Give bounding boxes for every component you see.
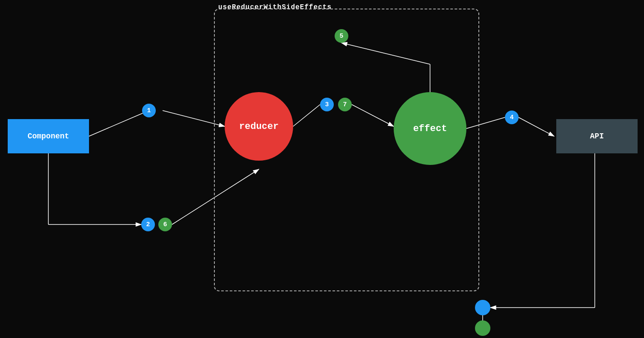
diagram-container: Component API useReducerWithSideEffects …	[0, 0, 644, 338]
badge-7: 7	[338, 98, 352, 111]
reducer-label: reducer	[239, 121, 279, 132]
dot-green	[475, 320, 490, 336]
svg-line-7	[519, 117, 554, 136]
api-label: API	[590, 132, 604, 141]
badge-4: 4	[505, 111, 519, 124]
svg-line-2	[89, 111, 149, 136]
badge-1: 1	[142, 104, 156, 117]
effect-label: effect	[413, 123, 447, 134]
badge-3: 3	[320, 98, 334, 111]
component-label: Component	[27, 132, 69, 141]
reducer-circle: reducer	[225, 92, 293, 161]
effect-circle: effect	[394, 92, 466, 165]
api-box: API	[556, 119, 638, 153]
badge-2: 2	[141, 218, 155, 231]
badge-5: 5	[335, 29, 348, 43]
component-box: Component	[8, 119, 89, 153]
badge-6: 6	[158, 218, 172, 231]
dot-blue	[475, 300, 490, 315]
